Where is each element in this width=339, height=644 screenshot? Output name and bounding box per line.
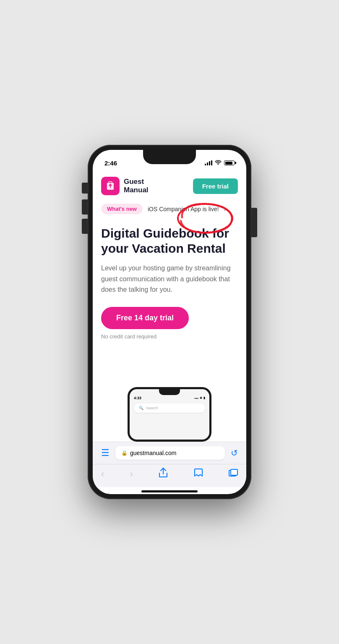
free-trial-nav-button[interactable]: Free trial <box>193 178 238 194</box>
wifi-icon <box>215 160 222 166</box>
power-button <box>251 208 257 237</box>
notch <box>143 150 196 164</box>
inner-status-bar: 4:33 •••• ⊛ ▮ <box>130 395 209 401</box>
phone-screen: 2:46 <box>93 150 246 494</box>
hero-subtitle: Level up your hosting game by streamlini… <box>101 263 238 295</box>
back-button[interactable]: ‹ <box>101 469 104 479</box>
inner-time: 4:33 <box>134 396 141 400</box>
chevron-right-icon: › <box>224 206 226 212</box>
bookmarks-button[interactable] <box>194 468 203 480</box>
logo-icon <box>101 177 120 195</box>
status-time: 2:46 <box>104 160 117 167</box>
logo-text: GuestManual <box>124 178 149 195</box>
website-content: GuestManual Free trial What's new iOS Co… <box>93 170 246 442</box>
windows-button[interactable] <box>229 469 238 480</box>
free-trial-cta-button[interactable]: Free 14 day trial <box>101 307 189 329</box>
hero-section: Digital Guidebook for your Vacation Rent… <box>93 219 246 348</box>
battery-icon <box>224 160 235 165</box>
phone-mockup-area: 4:33 •••• ⊛ ▮ 🔍 Search <box>93 348 246 442</box>
share-button[interactable] <box>159 468 168 480</box>
inner-status-icons: •••• ⊛ ▮ <box>194 396 205 400</box>
inner-notch <box>159 389 180 395</box>
volume-down-button <box>82 219 88 234</box>
url-text: guestmanual.com <box>130 450 177 456</box>
home-indicator <box>141 490 198 492</box>
svg-rect-3 <box>231 469 237 475</box>
phone-frame: 2:46 <box>88 145 251 499</box>
no-credit-card-text: No credit card required <box>101 333 238 340</box>
inner-phone-screen: 4:33 •••• ⊛ ▮ 🔍 Search <box>130 389 209 440</box>
forward-button[interactable]: › <box>130 469 133 479</box>
signal-icon <box>205 160 212 165</box>
refresh-icon[interactable]: ↺ <box>231 448 238 458</box>
ios-companion-text: iOS Companion App is live! <box>148 206 219 212</box>
hero-title: Digital Guidebook for your Vacation Rent… <box>101 226 238 256</box>
inner-search-bar[interactable]: 🔍 Search <box>134 403 205 413</box>
url-bar[interactable]: 🔒 guestmanual.com <box>115 446 225 460</box>
inner-search-icon: 🔍 <box>139 406 143 410</box>
logo-area: GuestManual <box>101 177 149 195</box>
status-icons <box>205 160 235 166</box>
safari-url-bar-area: ☰ 🔒 guestmanual.com ↺ <box>93 442 246 464</box>
whats-new-badge: What's new <box>101 204 143 214</box>
safari-bottom-toolbar: ‹ › <box>93 464 246 487</box>
silent-switch <box>82 183 88 194</box>
whats-new-bar[interactable]: What's new iOS Companion App is live! › <box>93 200 246 219</box>
inner-phone-frame: 4:33 •••• ⊛ ▮ 🔍 Search <box>128 387 211 442</box>
navbar: GuestManual Free trial <box>93 170 246 200</box>
inner-search-placeholder: Search <box>146 406 158 410</box>
tabs-icon[interactable]: ☰ <box>101 448 110 458</box>
volume-up-button <box>82 199 88 215</box>
lock-icon: 🔒 <box>121 450 128 456</box>
